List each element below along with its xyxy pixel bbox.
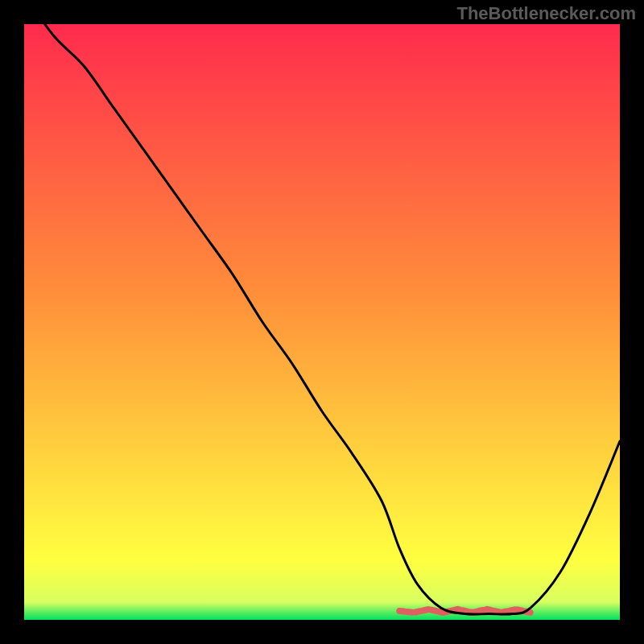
gradient-background	[24, 24, 620, 620]
chart-container: TheBottlenecker.com	[0, 0, 644, 644]
flat-region-highlight	[399, 609, 530, 613]
bottleneck-chart	[24, 24, 620, 620]
watermark-label: TheBottlenecker.com	[456, 3, 636, 24]
